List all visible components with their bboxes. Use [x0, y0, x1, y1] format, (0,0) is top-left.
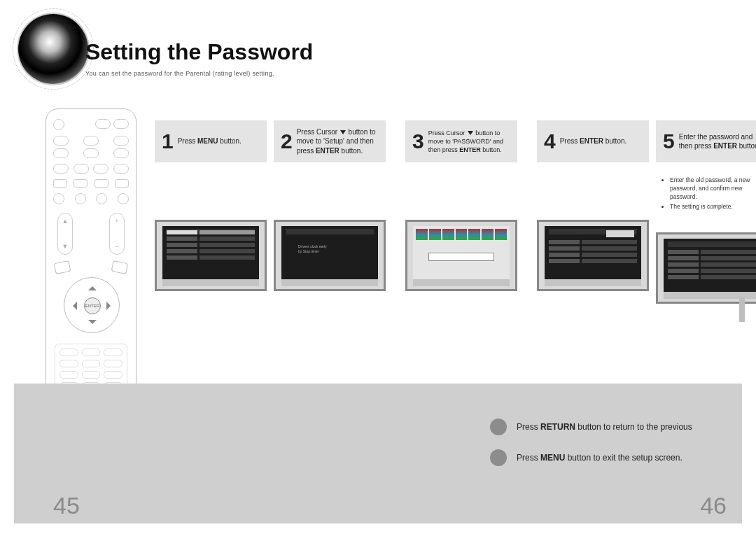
step-text: Press ENTER button. [560, 136, 627, 146]
footer-area: Press RETURN button to return to the pre… [14, 384, 742, 524]
footer-tips: Press RETURN button to return to the pre… [490, 419, 742, 480]
step-3: 3 Press Cursor button to move to 'PASSWO… [405, 120, 517, 304]
step-1: 1 Press MENU button. [155, 120, 267, 304]
tv-screenshot-5 [656, 232, 756, 304]
step-text: Enter the password and then press ENTER … [679, 132, 756, 151]
step-number: 2 [281, 129, 293, 153]
step-text: Press Cursor button to move to 'PASSWORD… [428, 129, 513, 154]
step-number: 1 [162, 129, 174, 153]
section-tab-marker [739, 297, 745, 322]
tip-bullet-icon [490, 449, 507, 466]
remote-volume-rock-icon: +− [109, 213, 125, 255]
page-number-left: 45 [53, 492, 80, 519]
tip-bullet-icon [490, 419, 507, 435]
step-number: 3 [412, 129, 424, 153]
tv-screenshot-4 [537, 220, 649, 291]
remote-enter-button: ENTER [84, 297, 101, 314]
step-2: 2 Press Cursor button to move to 'Setup'… [274, 120, 386, 304]
remote-misc-button [111, 260, 129, 274]
remote-misc-button [54, 260, 71, 274]
step-number: 4 [544, 129, 556, 153]
tv-screenshot-1 [155, 220, 267, 291]
step-5: 5 Enter the password and then press ENTE… [656, 120, 756, 304]
tip-text: Press RETURN button to return to the pre… [517, 422, 692, 432]
page-number-right: 46 [700, 492, 727, 519]
tip-text: Press MENU button to exit the setup scre… [517, 453, 682, 463]
note-item: The setting is complete. [670, 203, 756, 211]
step-number: 5 [663, 129, 675, 153]
note-item: Enter the old password, a new password, … [670, 176, 756, 202]
page-subtitle: You can set the password for the Parenta… [85, 70, 274, 77]
tv-screenshot-2: Drivers clock earlyby Stop timer [274, 220, 386, 291]
step-5-notes: Enter the old password, a new password, … [656, 171, 756, 211]
step-text: Press MENU button. [178, 136, 241, 146]
page-title: Setting the Password [85, 39, 313, 65]
steps-row: 1 Press MENU button. 2 Press Cursor butt… [155, 120, 756, 304]
remote-channel-rock-icon: ▲▼ [57, 213, 73, 255]
step-text: Press Cursor button to move to 'Setup' a… [297, 127, 382, 156]
speaker-decoration-icon [18, 14, 88, 84]
tv-screenshot-3 [405, 220, 517, 291]
remote-dpad: ENTER [64, 277, 120, 333]
step-4: 4 Press ENTER button. [537, 120, 649, 304]
